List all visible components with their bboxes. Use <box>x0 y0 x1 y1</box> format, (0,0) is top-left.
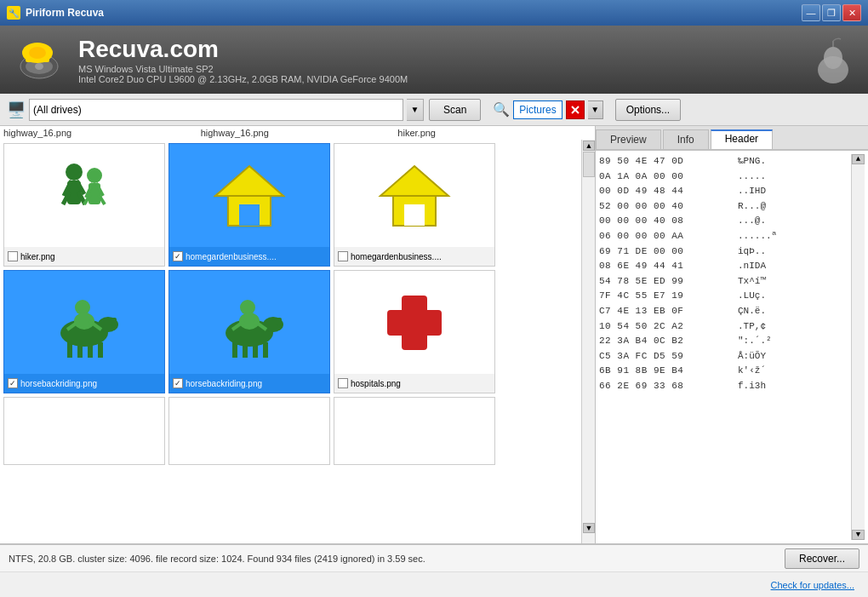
grid-cell-hospitals[interactable]: hospitals.png <box>334 270 495 393</box>
tab-header[interactable]: Header <box>711 129 773 149</box>
hex-row-6: 69 71 DE 00 00 iqÞ.. <box>599 244 851 260</box>
home2-checkbox[interactable] <box>338 251 348 261</box>
filter-icon: 🔍 <box>493 101 510 118</box>
hex-row-10: C7 4E 13 EB 0F ÇN.ë. <box>599 304 851 319</box>
restore-button[interactable]: ❐ <box>822 4 841 21</box>
hex-chars-4: ...@. <box>738 214 851 229</box>
main-content: highway_16.png highway_16.png hiker.png <box>0 126 868 544</box>
close-button[interactable]: ✕ <box>842 4 861 21</box>
hex-chars-13: Å:üÕY <box>738 349 851 365</box>
house2-svg <box>372 153 457 238</box>
house1-svg <box>207 153 292 238</box>
home2-cell-label: homegardenbusiness.... <box>334 247 494 266</box>
hex-bytes-10: C7 4E 13 EB 0F <box>599 304 731 319</box>
hex-row-0: 89 50 4E 47 0D ‰PNG. <box>599 154 851 169</box>
hex-chars-1: ..... <box>738 169 851 185</box>
app-title-icon: 🔧 <box>7 6 20 20</box>
panel-tabs: Preview Info Header <box>596 126 868 151</box>
grid-cell-rider2[interactable]: ✓ horsebackriding.png <box>168 270 330 393</box>
titlebar-left: 🔧 Piriform Recuva <box>7 6 104 20</box>
hex-chars-10: ÇN.ë. <box>738 304 851 319</box>
hex-bytes-0: 89 50 4E 47 0D <box>599 154 731 169</box>
hex-bytes-13: C5 3A FC D5 59 <box>599 349 731 365</box>
filter-dropdown-arrow[interactable]: ▼ <box>588 100 603 119</box>
drive-select-wrapper: 🖥️ (All drives) ▼ <box>7 99 424 121</box>
hiker-cell-label: hiker.png <box>4 247 164 266</box>
minimize-button[interactable]: — <box>802 4 820 21</box>
grid-cell-home1[interactable]: ✓ homegardenbusiness.... <box>168 143 330 267</box>
pear-icon <box>812 34 854 85</box>
rider1-checkbox[interactable]: ✓ <box>8 378 18 388</box>
hex-bytes-9: 7F 4C 55 E7 19 <box>599 289 731 304</box>
header-filename-2: highway_16.png <box>201 128 395 138</box>
hex-row-3: 52 00 00 00 40 R...@ <box>599 199 851 215</box>
svg-rect-52 <box>387 310 442 336</box>
grid-cell-empty2[interactable] <box>168 397 330 465</box>
svg-point-17 <box>87 168 102 183</box>
svg-point-2 <box>35 63 43 70</box>
grid-cell-hiker[interactable]: hiker.png <box>3 143 165 267</box>
hex-chars-3: R...@ <box>738 199 851 215</box>
recover-button[interactable]: Recover... <box>785 548 859 569</box>
svg-rect-43 <box>232 342 237 358</box>
status-text: NTFS, 20.8 GB. cluster size: 4096. file … <box>9 554 425 564</box>
svg-rect-35 <box>98 342 103 358</box>
footer: Check for updates... <box>0 571 868 597</box>
titlebar-controls: — ❐ ✕ <box>802 4 861 21</box>
home1-cell-icon <box>169 144 329 247</box>
hex-row-15: 66 2E 69 33 68 f.i3h <box>599 379 851 394</box>
app-subtitle-line2: Intel Core2 Duo CPU L9600 @ 2.13GHz, 2.0… <box>78 74 798 84</box>
hex-bytes-5: 06 00 00 00 AA <box>599 229 731 244</box>
rider2-svg <box>207 280 292 365</box>
rider2-checkbox[interactable]: ✓ <box>173 378 183 388</box>
grid-row-3 <box>3 397 578 465</box>
header-filename-1: highway_16.png <box>3 128 197 138</box>
hex-bytes-4: 00 00 00 40 08 <box>599 214 731 229</box>
hex-row-7: 08 6E 49 44 41 .nIDA <box>599 259 851 274</box>
svg-rect-45 <box>253 342 258 358</box>
hospitals-filename: hospitals.png <box>351 379 491 388</box>
grid-cell-rider1[interactable]: ✓ horsebackriding.png <box>3 270 165 393</box>
drive-select[interactable]: (All drives) <box>29 99 403 121</box>
file-names-row: highway_16.png highway_16.png hiker.png <box>0 126 595 140</box>
tab-preview[interactable]: Preview <box>596 129 661 149</box>
hex-bytes-8: 54 78 5E ED 99 <box>599 274 731 290</box>
rider1-filename: horsebackriding.png <box>20 379 161 388</box>
svg-rect-32 <box>67 342 72 358</box>
hex-chars-15: f.i3h <box>738 379 851 394</box>
titlebar-title: Piriform Recuva <box>26 7 104 19</box>
tab-info[interactable]: Info <box>663 129 709 149</box>
hospitals-cell-icon <box>334 271 494 374</box>
grid-cell-empty3[interactable] <box>334 397 495 465</box>
hex-bytes-11: 10 54 50 2C A2 <box>599 319 731 335</box>
hiker-filename: hiker.png <box>20 252 161 261</box>
titlebar: 🔧 Piriform Recuva — ❐ ✕ <box>0 0 868 26</box>
hex-chars-12: ":.´.² <box>738 334 851 349</box>
empty1-icon <box>4 398 164 464</box>
grid-row-2: ✓ horsebackriding.png <box>3 270 578 393</box>
svg-rect-33 <box>77 342 83 358</box>
hospitals-checkbox[interactable] <box>338 378 348 388</box>
empty3-icon <box>334 398 494 464</box>
hex-row-9: 7F 4C 55 E7 19 .LUç. <box>599 289 851 304</box>
filter-clear-button[interactable] <box>566 100 585 119</box>
grid-cell-empty1[interactable] <box>3 397 165 465</box>
options-button[interactable]: Options... <box>615 99 681 121</box>
file-grid-scrollbar[interactable]: ▲ ▼ <box>581 140 595 543</box>
home1-checkbox[interactable]: ✓ <box>173 251 183 261</box>
svg-marker-26 <box>380 166 448 196</box>
hex-chars-6: iqÞ.. <box>738 244 851 260</box>
grid-cell-home2[interactable]: homegardenbusiness.... <box>334 143 495 267</box>
hiker-checkbox[interactable] <box>8 251 18 261</box>
home2-cell-icon <box>334 144 494 247</box>
check-updates-link[interactable]: Check for updates... <box>771 580 854 590</box>
app-title: Recuva.com <box>78 35 798 64</box>
home1-cell-label: ✓ homegardenbusiness.... <box>169 247 329 266</box>
scan-button[interactable]: Scan <box>429 99 481 121</box>
app-header-text: Recuva.com MS Windows Vista Ultimate SP2… <box>78 35 798 84</box>
hex-row-4: 00 00 00 40 08 ...@. <box>599 214 851 229</box>
svg-rect-44 <box>243 342 248 358</box>
svg-marker-23 <box>215 166 283 196</box>
drive-select-arrow[interactable]: ▼ <box>407 99 424 121</box>
hex-row-13: C5 3A FC D5 59 Å:üÕY <box>599 349 851 365</box>
